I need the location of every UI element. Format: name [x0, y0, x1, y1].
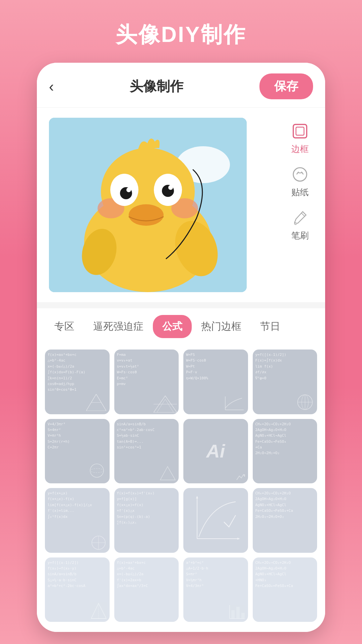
sticker-icon — [290, 164, 310, 184]
app-header: ‹ 头像制作 保存 — [37, 63, 325, 108]
svg-point-13 — [129, 204, 164, 226]
page-title: 头像DIY制作 — [116, 20, 247, 49]
gallery-item[interactable]: y=f(x+△x) f(x+△x)-f(x) lim[f(x+△x)-f(x)]… — [45, 488, 110, 553]
svg-point-11 — [126, 187, 131, 192]
svg-marker-42 — [196, 496, 198, 498]
border-icon — [290, 121, 310, 141]
gallery-item[interactable]: f(x)=f(x₀)+f'(x₀) y=f[g(x)] f(x+△x)≈f(x)… — [114, 488, 179, 553]
brush-icon — [290, 208, 310, 228]
tab-hot-border[interactable]: 热门边框 — [192, 315, 251, 338]
gallery-grid: f(x)=ax²+bx+c △=b²-4ac x=(-b±√△)/2a ∫f(x… — [37, 345, 325, 632]
tool-panel: 边框 贴纸 — [282, 118, 318, 292]
svg-rect-49 — [236, 607, 240, 619]
tab-ocd[interactable]: 逼死强迫症 — [84, 315, 153, 338]
gallery-item[interactable]: W=FS W=FS·cosθ W=Pt P=F·v η=W/Q×100% — [183, 350, 248, 414]
gallery-item[interactable]: CH₄+2O₂→CO₂+2H₂O 2AgOH→Ag₂O+H₂O AgNO₃+HC… — [253, 557, 317, 622]
section-divider — [37, 302, 325, 308]
svg-marker-41 — [237, 538, 240, 540]
back-button[interactable]: ‹ — [49, 79, 54, 94]
svg-point-12 — [168, 185, 173, 190]
svg-rect-17 — [296, 127, 304, 135]
header-title: 头像制作 — [130, 77, 183, 96]
gallery-item[interactable]: y=f([(x-1)/2]) F(x)=∫f(x)dx lim f(x) ∂f/… — [253, 350, 317, 414]
brush-tool[interactable]: 笔刷 — [290, 208, 310, 241]
gallery-item[interactable]: f(x)=ax²+bx+c △=b²-4ac x=(-b±√△)/2a f'(x… — [114, 557, 179, 622]
svg-point-18 — [293, 168, 307, 181]
gallery-item[interactable]: CH₄+2O₂→CO₂+2H₂O 2AgOH→Ag₂O+H₂O AgNO₃+HC… — [253, 488, 317, 553]
gallery-item[interactable]: F=ma v=v₀+at s=v₀t+½at² W=Fs·cosθ E=mc² … — [114, 350, 179, 414]
svg-marker-25 — [157, 399, 174, 413]
svg-point-33 — [90, 464, 104, 477]
svg-marker-35 — [160, 467, 175, 480]
gallery-item[interactable]: a²+b²=c² △A=1/2·b·h S=πr² V=⅓πr²h V=4/3π… — [183, 557, 248, 622]
svg-point-34 — [90, 469, 104, 473]
svg-rect-16 — [293, 124, 307, 138]
sticker-label: 贴纸 — [291, 186, 309, 198]
gallery-item[interactable] — [183, 488, 248, 553]
svg-rect-48 — [231, 610, 235, 619]
sticker-tool[interactable]: 贴纸 — [290, 164, 310, 198]
gallery-item-ai[interactable]: Ai — [183, 419, 248, 484]
svg-rect-50 — [241, 613, 245, 619]
ai-badge: Ai — [206, 440, 225, 462]
canvas-image — [49, 118, 247, 292]
border-tool[interactable]: 边框 — [290, 121, 310, 155]
tab-holiday[interactable]: 节日 — [251, 315, 290, 338]
tab-zone[interactable]: 专区 — [45, 315, 84, 338]
border-label: 边框 — [291, 143, 309, 155]
gallery-item[interactable]: V=4/3πr³ S=4πr² V=πr²h S=2πr(r+h) C=2πr — [45, 419, 110, 484]
phone-shell: ‹ 头像制作 保存 — [37, 63, 325, 632]
gallery-item[interactable]: sinA/a=sinB/b c²=a²+b²-2ab·cosC S=½ab·si… — [114, 419, 179, 484]
tab-formula[interactable]: 公式 — [153, 315, 192, 338]
gallery-item[interactable]: f(x)=ax²+bx+c △=b²-4ac x=(-b±√△)/2a ∫f(x… — [45, 350, 110, 414]
category-tabs: 专区 逼死强迫症 公式 热门边框 节日 — [37, 308, 325, 345]
brush-label: 笔刷 — [291, 230, 309, 241]
save-button[interactable]: 保存 — [259, 73, 313, 99]
editor-area: 边框 贴纸 — [37, 108, 325, 302]
gallery-item[interactable]: CH₄+2O₂→CO₂+2H₂O 2AgOH→Ag₂O+H₂O AgNO₃+HC… — [253, 419, 317, 484]
canvas-wrapper[interactable] — [49, 118, 276, 292]
gallery-item[interactable]: y=f([(x-1)/2]) f(x₀)→f(x₀·y) sinA/a=sinB… — [45, 557, 110, 622]
